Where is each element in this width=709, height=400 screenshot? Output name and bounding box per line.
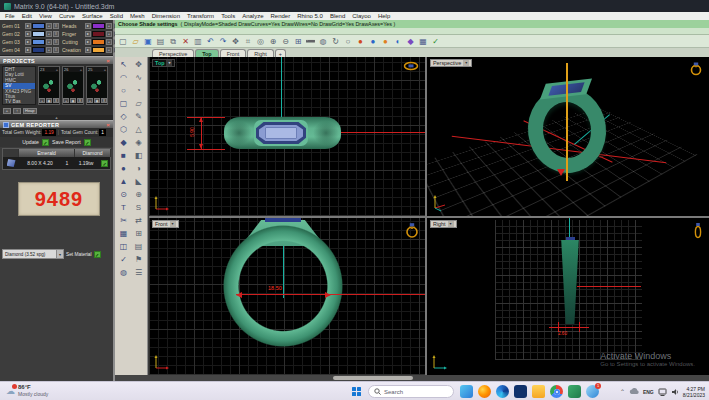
tool-icon-20[interactable]: ⊙ [116,189,131,202]
menu-dimension[interactable]: Dimension [152,13,180,19]
close-icon[interactable]: × [106,122,110,128]
layer-color-swatch[interactable] [32,31,45,37]
thumbnail-action-button[interactable]: X [101,98,107,103]
globe-icon[interactable]: ◐ [393,36,403,47]
taskbar-clock[interactable]: 4:27 PM 8/21/2023 [683,386,705,398]
volume-icon[interactable] [671,388,679,396]
tool-icon-3[interactable]: ∿ [131,72,146,85]
layer-visibility-button[interactable]: ▸ [25,47,31,53]
ring-front-view[interactable] [223,225,343,347]
menu-surface[interactable]: Surface [82,13,103,19]
layer-add-button[interactable]: + [46,39,52,45]
layer-add-button[interactable]: + [46,47,52,53]
viewport-perspective[interactable]: Perspective ▾ [427,57,709,216]
pan-icon[interactable]: ✥ [231,36,241,47]
ring-band-top-view[interactable] [224,117,341,149]
tool-icon-30[interactable]: ✓ [116,254,131,267]
layer-options-button[interactable]: ≡ [53,23,59,29]
tool-icon-15[interactable]: ◧ [131,150,146,163]
layer-color-swatch[interactable] [92,23,105,29]
render-orange-sphere-icon[interactable]: ● [381,36,391,47]
layer-color-swatch[interactable] [32,47,45,53]
menu-transform[interactable]: Transform [187,13,214,19]
tool-icon-32[interactable]: ◍ [116,267,131,280]
tool-icon-7[interactable]: ▱ [131,98,146,111]
project-thumbnail[interactable]: 23++◉X [38,66,60,105]
ring-perspective-icon[interactable] [689,61,703,76]
menu-view[interactable]: View [39,13,52,19]
new-file-icon[interactable]: ▢ [118,36,128,47]
save-report-button[interactable]: ✓ [84,139,91,146]
emerald-cut-gem[interactable] [256,122,306,144]
layer-add-button[interactable]: + [106,31,112,37]
command-prompt[interactable]: Choose Shade settings ( DisplayMode=Shad… [115,20,709,28]
material-dropdown[interactable]: Diamond (3.52 spg) ▾ [2,249,64,259]
chevron-down-icon[interactable]: ▾ [166,60,172,66]
project-item[interactable]: TV Bas [3,99,35,104]
start-button[interactable] [352,387,361,396]
viewport-top-label[interactable]: Top ▾ [152,59,175,67]
menu-help[interactable]: Help [378,13,390,19]
check-icon[interactable]: ✓ [431,36,441,47]
thumbnail-action-button[interactable]: ◉ [70,98,76,103]
viewport-top[interactable]: Top ▾ 5.90 [149,57,425,216]
language-indicator[interactable]: ENG [643,389,654,395]
tool-icon-19[interactable]: ◣ [131,176,146,189]
layer-color-swatch[interactable] [32,39,45,45]
projects-list[interactable]: DHTDay LottiHMCSVXX423 PNGTitusTV Bas [2,66,36,105]
layer-visibility-button[interactable]: ▸ [25,23,31,29]
tab-front[interactable]: Front [220,49,247,57]
tool-icon-10[interactable]: ⬡ [116,124,131,137]
viewport-right-label[interactable]: Right ▾ [430,220,457,228]
tool-icon-27[interactable]: ⊞ [131,228,146,241]
layer-color-swatch[interactable] [92,39,105,45]
layer-color-swatch[interactable] [92,47,105,53]
grid-snap-icon[interactable]: ▦ [418,36,428,47]
layer-visibility-button[interactable]: ▸ [85,31,91,37]
layer-options-button[interactable]: ≡ [53,39,59,45]
tool-icon-16[interactable]: ● [116,163,131,176]
zoom-extents-icon[interactable]: ⌗ [243,36,253,47]
thumbnail-action-button[interactable]: + [39,98,45,103]
tool-icon-31[interactable]: ⚑ [131,254,146,267]
onedrive-cloud-icon[interactable] [629,388,639,395]
taskbar-icon-edge[interactable] [496,385,509,398]
chevron-down-icon[interactable]: ▾ [463,60,469,66]
tool-icon-26[interactable]: ▦ [116,228,131,241]
layer-visibility-button[interactable]: ▸ [25,31,31,37]
taskbar-icon-chrome[interactable] [550,385,563,398]
layer-add-button[interactable]: + [46,31,52,37]
viewport-front[interactable]: Front ▾ 18.50 [149,218,425,375]
gem-row-button[interactable]: ✓ [101,160,108,167]
cut-icon[interactable]: ✕ [181,36,191,47]
tool-icon-8[interactable]: ◇ [116,111,131,124]
update-button[interactable]: ✓ [42,139,49,146]
tool-icon-33[interactable]: ☰ [131,267,146,280]
close-icon[interactable]: × [106,58,110,64]
tool-icon-25[interactable]: ⇄ [131,215,146,228]
render-red-sphere-icon[interactable]: ● [356,36,366,47]
tool-icon-5[interactable]: ◔ [131,85,146,98]
tool-icon-29[interactable]: ▤ [131,241,146,254]
chevron-down-icon[interactable]: ▾ [56,250,63,258]
layer-add-button[interactable]: + [106,47,112,53]
redo-icon[interactable]: ↷ [218,36,228,47]
layer-add-button[interactable]: + [46,23,52,29]
taskbar-icon-weather[interactable]: 1 [586,385,599,398]
circle-tool-icon[interactable]: ○ [343,36,353,47]
tab-right[interactable]: Right [247,49,274,57]
hide-icon[interactable]: ➖ [306,36,316,47]
tool-icon-0[interactable]: ↖ [116,59,131,72]
tool-icon-6[interactable]: ▢ [116,98,131,111]
ring-top-view-icon[interactable] [403,61,419,71]
thumbnail-action-button[interactable]: X [77,98,83,103]
tool-icon-9[interactable]: ✎ [131,111,146,124]
open-folder-icon[interactable]: ▱ [131,36,141,47]
tool-icon-11[interactable]: △ [131,124,146,137]
tool-icon-24[interactable]: ✂ [116,215,131,228]
taskbar-icon-photos[interactable] [460,385,473,398]
tool-icon-14[interactable]: ■ [116,150,131,163]
menu-blend[interactable]: Blend [330,13,345,19]
tool-icon-13[interactable]: ◈ [131,137,146,150]
menu-tools[interactable]: Tools [221,13,235,19]
